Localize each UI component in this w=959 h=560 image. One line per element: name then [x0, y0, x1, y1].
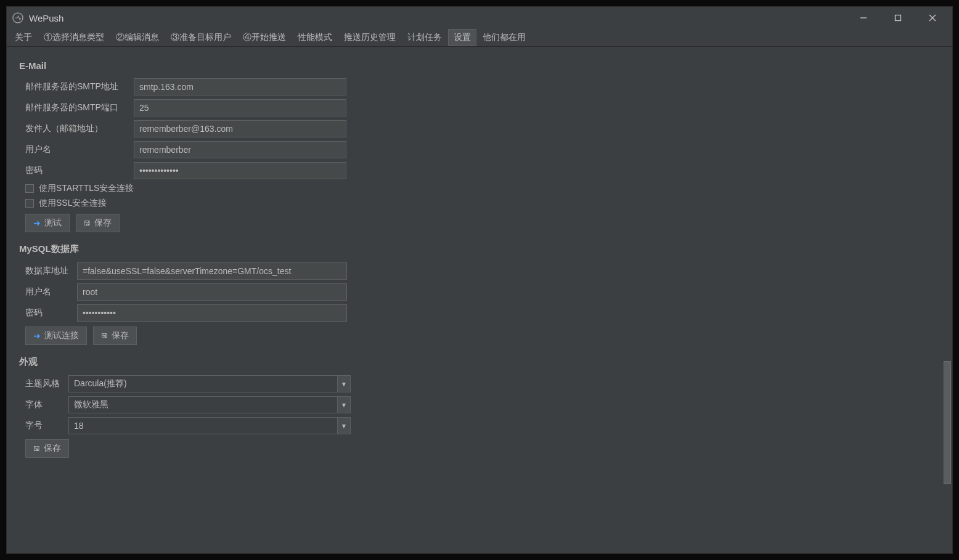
- mysql-test-button[interactable]: ➜ 测试连接: [25, 327, 87, 345]
- email-save-button[interactable]: 🖫 保存: [76, 214, 120, 232]
- save-icon: 🖫: [101, 332, 108, 339]
- db-addr-label: 数据库地址: [19, 266, 77, 277]
- tab-msg-type[interactable]: ①选择消息类型: [38, 29, 110, 46]
- tab-history[interactable]: 推送历史管理: [338, 29, 401, 46]
- theme-label: 主题风格: [19, 378, 68, 389]
- theme-value: Darcula(推荐): [74, 378, 127, 389]
- email-password-input[interactable]: [134, 162, 346, 179]
- settings-content: E-Mail 邮件服务器的SMTP地址 邮件服务器的SMTP端口 发件人（邮箱地…: [7, 47, 952, 553]
- smtp-addr-label: 邮件服务器的SMTP地址: [19, 81, 134, 92]
- mysql-save-label: 保存: [112, 330, 129, 341]
- tab-schedule[interactable]: 计划任务: [402, 29, 447, 46]
- email-password-label: 密码: [19, 165, 134, 176]
- arrow-right-icon: ➜: [33, 218, 41, 228]
- svg-rect-2: [896, 15, 901, 21]
- appearance-save-label: 保存: [44, 443, 61, 454]
- email-test-label: 测试: [44, 217, 62, 229]
- mysql-password-input[interactable]: [77, 304, 347, 322]
- email-save-label: 保存: [94, 217, 112, 229]
- tab-start-push[interactable]: ④开始推送: [237, 29, 292, 46]
- appearance-section-title: 外观: [19, 356, 940, 368]
- ssl-label: 使用SSL安全连接: [39, 198, 107, 209]
- save-icon: 🖫: [33, 445, 40, 452]
- theme-select[interactable]: Darcula(推荐) ▼: [68, 375, 351, 392]
- mysql-password-label: 密码: [19, 307, 77, 319]
- titlebar: WePush: [7, 7, 952, 29]
- fontsize-select[interactable]: 18 ▼: [68, 417, 351, 434]
- tab-about[interactable]: 关于: [9, 29, 38, 46]
- starttls-checkbox[interactable]: [25, 184, 34, 193]
- smtp-port-input[interactable]: [134, 99, 346, 116]
- font-label: 字体: [19, 399, 68, 410]
- mysql-username-input[interactable]: [77, 283, 347, 301]
- save-icon: 🖫: [84, 219, 91, 227]
- window-controls: [854, 9, 947, 26]
- vertical-scrollbar[interactable]: [942, 47, 951, 553]
- mysql-test-label: 测试连接: [44, 330, 79, 341]
- arrow-right-icon: ➜: [33, 331, 41, 341]
- tab-bar: 关于 ①选择消息类型 ②编辑消息 ③准备目标用户 ④开始推送 性能模式 推送历史…: [7, 29, 952, 47]
- app-title: WePush: [29, 13, 854, 23]
- ssl-checkbox[interactable]: [25, 199, 34, 208]
- app-icon: [12, 12, 24, 24]
- svg-point-0: [13, 13, 23, 23]
- mysql-username-label: 用户名: [19, 286, 77, 298]
- email-username-input[interactable]: [134, 141, 346, 158]
- appearance-save-button[interactable]: 🖫 保存: [25, 439, 69, 458]
- tab-prepare-users[interactable]: ③准备目标用户: [165, 29, 237, 46]
- db-addr-input[interactable]: [77, 262, 347, 280]
- email-test-button[interactable]: ➜ 测试: [25, 214, 70, 232]
- email-section-title: E-Mail: [19, 60, 940, 71]
- mysql-section-title: MySQL数据库: [19, 243, 940, 255]
- smtp-port-label: 邮件服务器的SMTP端口: [19, 102, 134, 113]
- sender-input[interactable]: [134, 120, 346, 137]
- smtp-addr-input[interactable]: [134, 78, 346, 95]
- chevron-down-icon: ▼: [337, 375, 351, 392]
- minimize-button[interactable]: [854, 9, 873, 26]
- fontsize-label: 字号: [19, 420, 68, 431]
- chevron-down-icon: ▼: [337, 396, 351, 413]
- tab-others[interactable]: 他们都在用: [477, 29, 531, 46]
- app-window: WePush 关于 ①选择消息类型 ②编辑消息 ③准备目标用户 ④开始推送 性能…: [6, 6, 953, 554]
- maximize-button[interactable]: [888, 9, 908, 26]
- scrollbar-thumb[interactable]: [944, 361, 951, 484]
- close-button[interactable]: [923, 9, 942, 26]
- font-select[interactable]: 微软雅黑 ▼: [68, 396, 351, 413]
- starttls-label: 使用STARTTLS安全连接: [39, 183, 134, 194]
- sender-label: 发件人（邮箱地址）: [19, 123, 134, 134]
- tab-settings[interactable]: 设置: [448, 29, 476, 46]
- chevron-down-icon: ▼: [337, 417, 351, 434]
- email-username-label: 用户名: [19, 144, 134, 155]
- font-value: 微软雅黑: [74, 399, 108, 410]
- tab-edit-msg[interactable]: ②编辑消息: [110, 29, 165, 46]
- fontsize-value: 18: [74, 421, 84, 431]
- mysql-save-button[interactable]: 🖫 保存: [93, 327, 137, 345]
- tab-performance[interactable]: 性能模式: [292, 29, 338, 46]
